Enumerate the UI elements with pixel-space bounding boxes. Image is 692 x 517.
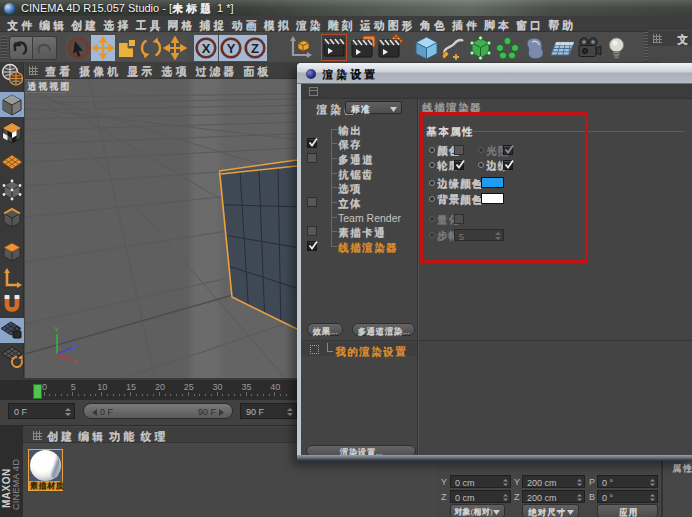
- svg-text:X: X: [202, 41, 211, 56]
- svg-text:Y: Y: [54, 325, 60, 334]
- svg-text:Z: Z: [251, 41, 259, 56]
- svg-text:X: X: [72, 357, 78, 366]
- svg-text:Z: Z: [72, 342, 77, 351]
- svg-text:Y: Y: [227, 41, 236, 56]
